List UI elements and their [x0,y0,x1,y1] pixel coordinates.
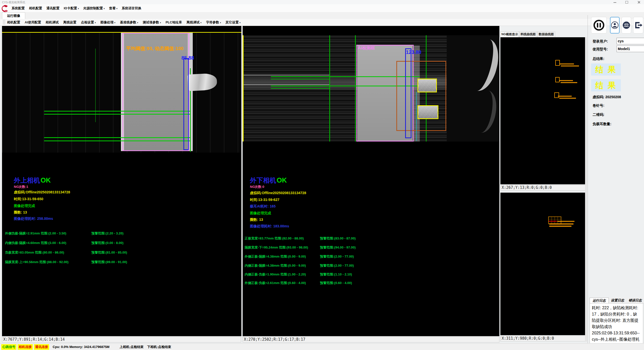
column-scrollbar[interactable] [585,37,587,342]
tool-baseline-params[interactable]: 基准线参数▾ [120,20,138,25]
tool-offline-setting[interactable]: 离线设置 [63,20,76,25]
warning-range-text: 预警范围:(94.00 - 97.00) [320,245,356,250]
tool-camera-debug[interactable]: 相机调试 [46,20,59,25]
ng-count-text: NG次数:0 [250,185,264,189]
tab-error-log[interactable]: 错误日志 [627,298,643,303]
time-text: 时间:13-31-59-627 [250,198,279,202]
menu-item-light-config[interactable]: 光源控制配置▾ [83,6,105,11]
model-input[interactable] [617,46,644,52]
ai-time-text: 极耳AI耗时: 165 [250,204,276,209]
dropdown-arrow-icon: ▾ [116,7,118,10]
logout-icon [634,21,643,30]
comm-connect-badge: 通讯连接 [34,344,49,350]
logout-button[interactable] [633,17,643,33]
toolbar: 相机配置 AI使用配置 相机调试 离线设置 点检设置▾ 图像处理▾ 基准线参数▾… [0,19,644,26]
tool-offline-debug[interactable]: 离线调试▾ [186,20,202,25]
defect-annotation [558,96,572,97]
dropdown-arrow-icon: ▾ [220,21,221,24]
measure-value-overlay: 123.80 [406,49,421,55]
total-result-label: 总结果: [593,57,604,61]
tool-plc-address[interactable]: PLC地址库 [166,20,182,25]
measurement-text: 负极宽度=83.05mm 范围:(80.00 - 86.00) [5,250,64,255]
tab-line-curve[interactable]: 料线曲线图 [519,31,537,38]
pause-icon [593,19,605,31]
login-user-label: 登录用户: [593,39,608,44]
roi-rect-blue [183,58,189,150]
defect-grid [548,217,561,224]
menu-item-language-switch[interactable]: 系统语言切换 [122,6,141,11]
menu-item-system-config[interactable]: 系统配置 [12,6,25,11]
toolbar-grip-handle[interactable] [3,20,5,24]
measurement-row: 隔膜宽度-下=95.24mm 范围:(93.00 - 98.00)预警范围:(9… [243,245,499,250]
green-line-vertical [329,35,330,142]
threshold-overlay-text: 平均阈值:93, 动态阈值:100 [126,45,183,52]
tool-ai-use-config[interactable]: AI使用配置 [25,20,41,25]
sidebar-divider [588,15,588,350]
measure-value-overlay: 85.88 [181,55,194,61]
red-mark-line [549,221,557,222]
measurement-text: 隔膜宽度-下=95.24mm 范围:(93.00 - 98.00) [245,245,308,250]
roi-rect-brown [396,61,446,131]
tool-test-item-params[interactable]: 测试项参数▾ [143,20,161,25]
measurement-text: 外侧负极-隔膜=2.91mm 范围:(2.00 - 3.50) [5,231,66,236]
tab-ng-snapshot[interactable]: NG截图显示 [500,31,519,37]
login-user-button[interactable] [610,17,620,33]
process-done-text: 图像处理完成 [250,211,271,216]
defect-annotation [559,63,574,64]
dropdown-arrow-icon: ▾ [200,21,202,24]
warning-range-text: 预警范围:(81.00 - 85.00) [91,250,127,255]
cpu-memory-text: Cpu: 0.0% Memory: 3424.41796875M [53,345,109,349]
heartbeat-status-badge: 心跳信号 [1,344,16,350]
menu-item-view[interactable]: 查看▾ [109,6,118,11]
menu-item-io-card-config[interactable]: IO卡配置▾ [64,6,79,11]
warning-range-text: 预警范围:(83.00 - 87.00) [320,236,356,241]
virtual-code-text: 虚拟码:Offline20250208133134728 [250,191,306,195]
tool-label: 字符参数 [206,20,219,24]
tool-image-process[interactable]: 图像处理▾ [101,20,116,25]
tool-camera-config[interactable]: 相机配置 [7,20,20,25]
measurement-row: 内侧正极-隔膜=4.38mm 范围:(0.00 - 9.00)预警范围:(2.0… [243,263,499,268]
camera2-pixel-coord-bar: X:270;Y:2502;R:17;G:17;B:17 [243,337,499,342]
dropdown-arrow-icon: ▾ [114,21,116,24]
tool-spot-check[interactable]: 点检设置▾ [81,20,96,25]
maximize-button[interactable] [622,0,631,4]
camera2-thumbnail-view[interactable]: AI检测框 123.80 外下相机OK NG次数:0 虚拟码:Offline20… [500,193,587,335]
dropdown-arrow-icon: ▾ [239,21,241,24]
camera2-view[interactable]: AI检测框 123.80 外下相机OK NG次数:0 虚拟码:Offline20… [243,26,499,336]
camera1-thumbnail-view[interactable]: 平均阈值:93, 动态阈值:100 85.88 外上相机OK NG次数:1 虚拟… [500,37,587,184]
tool-other-settings[interactable]: 其它设置▾ [226,20,241,25]
result-box-lower: 结 果 [591,79,621,91]
menu-item-camera-config[interactable]: 相机配置 [29,6,42,11]
virtual-code-label: 虚拟码: 20250208 [593,95,621,99]
defect-box [555,77,560,82]
close-button[interactable] [634,0,643,4]
roi-rect-blue [405,48,411,138]
measurement-text: 内侧正极-隔膜=4.38mm 范围:(0.00 - 9.00) [245,263,306,268]
defect-annotation [559,80,573,81]
process-time-text: 图像处理耗时: 183.00ms [250,224,289,229]
run-log-text[interactable]: 耗时: 222，缺陷检测耗时: 17，缺陷分类耗时: 0，缺陷提取分区耗时: 直… [590,303,643,349]
tab-run-image[interactable]: 运行图像 [2,12,25,19]
menu-item-label: 查看 [109,6,116,10]
tool-label: 图像处理 [101,20,114,24]
time-text: 时间:13-31-59-650 [14,197,43,201]
user-management-button[interactable] [622,17,631,33]
menu-item-comm-config[interactable]: 通讯配置 [46,6,59,11]
tab-run-log[interactable]: 运行日志 [590,298,609,303]
tool-char-params[interactable]: 字符参数▾ [206,20,221,25]
minimize-button[interactable] [610,0,619,4]
yellow-edge-line [243,35,244,142]
camera1-view[interactable]: 平均阈值:93, 动态阈值:100 85.88 外上相机OK NG次数:1 虚拟… [2,26,241,336]
white-line [243,75,330,75]
measurement-text: 正极宽度=83.77mm 范围:(82.00 - 88.00) [245,236,304,241]
warning-range-text: 预警范围:(0.60 - 4.00) [320,281,352,285]
qr-code-label: 二维码: [593,113,604,117]
tab-data-curve[interactable]: 数据曲线图 [537,31,555,38]
status-bar: 心跳信号 相机连接 通讯连接 Cpu: 0.0% Memory: 3424.41… [0,343,644,350]
pause-button[interactable] [591,17,607,33]
tab-settings-log[interactable]: 设置日志 [609,298,626,303]
measurement-row: 隔膜宽度-上=90.56mm 范围:(88.00 - 92.00)预警范围:(8… [2,260,241,264]
login-user-input[interactable] [617,38,644,44]
camera1-pixel-coord-bar: X:7677;Y:891;R:14;G:14;B:14 [2,337,241,342]
turns-text: 圈数: 13 [250,218,263,222]
